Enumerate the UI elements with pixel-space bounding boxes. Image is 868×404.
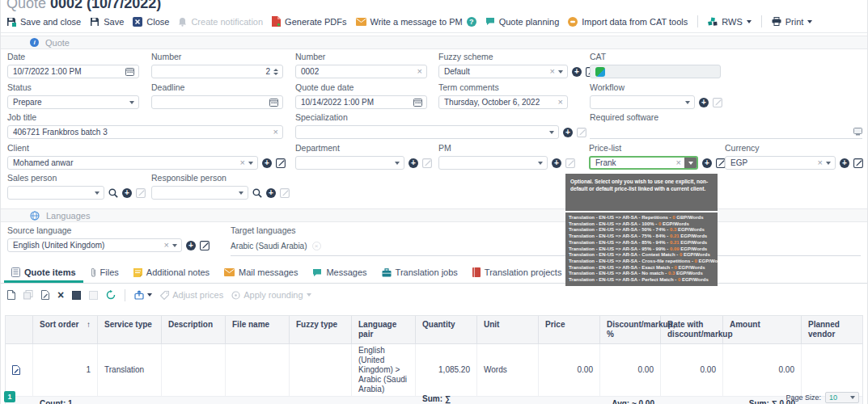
column-header-amount[interactable]: Amount bbox=[723, 316, 802, 343]
rws-menu-button[interactable]: RWS bbox=[708, 17, 751, 27]
save-and-close-button[interactable]: Save and close bbox=[6, 17, 81, 27]
workflow-select[interactable] bbox=[590, 95, 695, 109]
sales-person-select[interactable] bbox=[7, 186, 104, 200]
price-list-option[interactable]: Translation - EN-US => AR-SA - Context M… bbox=[565, 252, 718, 259]
clear-icon[interactable]: × bbox=[240, 158, 245, 167]
date-input[interactable]: 10/7/2022 1:00 PM bbox=[7, 65, 139, 78]
add-currency-icon[interactable]: + bbox=[840, 158, 849, 168]
clear-icon[interactable]: × bbox=[818, 158, 823, 167]
clear-icon[interactable]: × bbox=[164, 241, 169, 250]
column-header-file-name[interactable]: File name bbox=[226, 316, 290, 343]
column-header-planned-vendor[interactable]: Planned vendor bbox=[802, 316, 862, 343]
tab-files[interactable]: Files bbox=[83, 264, 126, 283]
add-client-icon[interactable]: + bbox=[262, 158, 272, 168]
chevron-down-icon[interactable] bbox=[239, 191, 243, 195]
tab-additional-notes[interactable]: Additional notes bbox=[126, 264, 217, 283]
import-cat-data-button[interactable]: Import data from CAT tools bbox=[568, 17, 688, 27]
fuzzy-scheme-select[interactable]: Default × bbox=[438, 65, 568, 78]
currency-select[interactable]: EGP × bbox=[725, 156, 836, 170]
save-button[interactable]: Save bbox=[90, 17, 124, 27]
price-list-option[interactable]: Translation - EN-US => AR-SA - 75% - 84%… bbox=[565, 234, 718, 240]
term-comments-input[interactable]: Thursday, October 6, 2022 × bbox=[438, 95, 568, 109]
tab-translation-projects[interactable]: Translation projects bbox=[465, 264, 569, 283]
price-list-option[interactable]: Translation - EN-US => AR-SA - 85% - 94%… bbox=[565, 240, 718, 246]
tab-quote-items[interactable]: Quote items bbox=[4, 264, 83, 283]
column-header-language-pair[interactable]: Language pair bbox=[352, 316, 416, 343]
price-list-option[interactable]: Translation - EN-US => AR-SA - 95% - 99%… bbox=[565, 246, 718, 253]
deadline-input[interactable] bbox=[151, 95, 283, 109]
table-row[interactable]: 1 Translation English (United Kingdom) >… bbox=[6, 344, 862, 397]
print-menu-button[interactable]: Print bbox=[772, 17, 813, 27]
clear-icon[interactable]: × bbox=[273, 128, 278, 137]
page-number-button[interactable]: 1 bbox=[4, 391, 15, 402]
add-responsible-person-icon[interactable]: + bbox=[266, 188, 276, 198]
add-price-list-icon[interactable]: + bbox=[702, 158, 712, 168]
write-message-to-pm-button[interactable]: Write a message to PM ? bbox=[356, 17, 476, 27]
add-workflow-icon[interactable]: + bbox=[699, 98, 709, 107]
price-list-select[interactable]: Frank × bbox=[589, 156, 698, 170]
required-software-input[interactable] bbox=[590, 125, 862, 139]
chevron-down-icon[interactable] bbox=[558, 70, 563, 74]
price-list-option[interactable]: Translation - EN-US => AR-SA - Perfect M… bbox=[565, 277, 718, 284]
generate-pdfs-button[interactable]: Generate PDFs bbox=[272, 16, 346, 27]
clear-icon[interactable]: × bbox=[676, 158, 681, 167]
price-list-option[interactable]: Translation - EN-US => AR-SA - Cross-fil… bbox=[565, 259, 718, 265]
add-source-language-icon[interactable]: + bbox=[186, 241, 196, 250]
tab-mail-messages[interactable]: Mail messages bbox=[217, 264, 305, 283]
price-list-option[interactable]: Translation - EN-US => AR-SA - 100% - 0 … bbox=[565, 221, 718, 228]
spinner-arrows-icon[interactable] bbox=[273, 69, 278, 75]
refresh-button[interactable] bbox=[106, 290, 116, 300]
search-icon[interactable] bbox=[252, 188, 262, 198]
column-header-rate-with-discount[interactable]: Rate with discount/markup bbox=[661, 316, 723, 343]
chevron-down-icon[interactable] bbox=[95, 191, 100, 195]
search-icon[interactable] bbox=[108, 188, 118, 198]
edit-currency-icon[interactable] bbox=[853, 158, 864, 168]
edit-item-button[interactable] bbox=[41, 290, 49, 300]
calendar-icon[interactable] bbox=[125, 67, 134, 76]
help-icon[interactable]: ? bbox=[467, 17, 476, 27]
select-all-button[interactable] bbox=[72, 291, 81, 300]
tab-translation-jobs[interactable]: Translation jobs bbox=[375, 264, 465, 283]
quote-due-date-input[interactable]: 10/14/2022 1:00 PM bbox=[295, 95, 427, 109]
client-select[interactable]: Mohamed anwar × bbox=[7, 156, 258, 170]
chevron-down-icon[interactable] bbox=[129, 101, 134, 104]
add-pm-icon[interactable]: + bbox=[552, 158, 561, 168]
number-input[interactable]: 0002 × bbox=[295, 65, 427, 78]
edit-source-language-icon[interactable] bbox=[200, 240, 210, 250]
job-title-input[interactable]: 406721 Frankbros batch 3 × bbox=[7, 125, 283, 139]
clear-icon[interactable]: × bbox=[417, 67, 422, 76]
new-item-button[interactable] bbox=[7, 290, 15, 300]
column-header-price[interactable]: Price bbox=[539, 316, 600, 343]
source-language-select[interactable]: English (United Kingdom) × bbox=[7, 238, 182, 252]
chevron-down-icon[interactable] bbox=[685, 101, 690, 104]
price-list-option[interactable]: Translation - EN-US => AR-SA - 50% - 74%… bbox=[565, 227, 718, 234]
price-list-dropdown-button[interactable] bbox=[684, 158, 697, 168]
chevron-down-icon[interactable] bbox=[549, 131, 554, 134]
row-edit-cell[interactable] bbox=[6, 344, 33, 396]
pm-select[interactable] bbox=[438, 156, 548, 170]
chevron-down-icon[interactable] bbox=[538, 162, 543, 165]
add-department-icon[interactable]: + bbox=[409, 158, 418, 168]
responsible-person-select[interactable] bbox=[151, 186, 248, 200]
clear-icon[interactable]: × bbox=[550, 67, 555, 76]
specialization-select[interactable] bbox=[295, 125, 559, 139]
status-select[interactable]: Prepare bbox=[7, 95, 139, 109]
chevron-down-icon[interactable] bbox=[172, 244, 177, 247]
column-header-unit[interactable]: Unit bbox=[477, 316, 539, 343]
clear-icon[interactable]: × bbox=[558, 98, 563, 107]
chevron-down-icon[interactable] bbox=[826, 162, 831, 165]
edit-client-icon[interactable] bbox=[276, 158, 286, 168]
cat-input[interactable] bbox=[590, 65, 721, 78]
close-button[interactable]: Close bbox=[133, 17, 169, 27]
chevron-down-icon[interactable] bbox=[248, 162, 253, 165]
column-header-description[interactable]: Description bbox=[162, 316, 226, 343]
number-spinner-input[interactable]: 2 bbox=[151, 65, 283, 78]
column-header-fuzzy-type[interactable]: Fuzzy type bbox=[290, 316, 352, 343]
software-monitor-icon[interactable] bbox=[853, 128, 862, 136]
page-size-select[interactable]: 10 bbox=[825, 392, 859, 403]
price-list-option[interactable]: Translation - EN-US => AR-SA - No match … bbox=[565, 271, 718, 277]
column-header-discount-markup[interactable]: Discount/markup, % bbox=[600, 316, 661, 343]
price-list-option[interactable]: Translation - EN-US => AR-SA - Exact Mat… bbox=[565, 265, 718, 271]
quote-planning-button[interactable]: Quote planning bbox=[485, 17, 560, 27]
department-select[interactable] bbox=[295, 156, 404, 170]
